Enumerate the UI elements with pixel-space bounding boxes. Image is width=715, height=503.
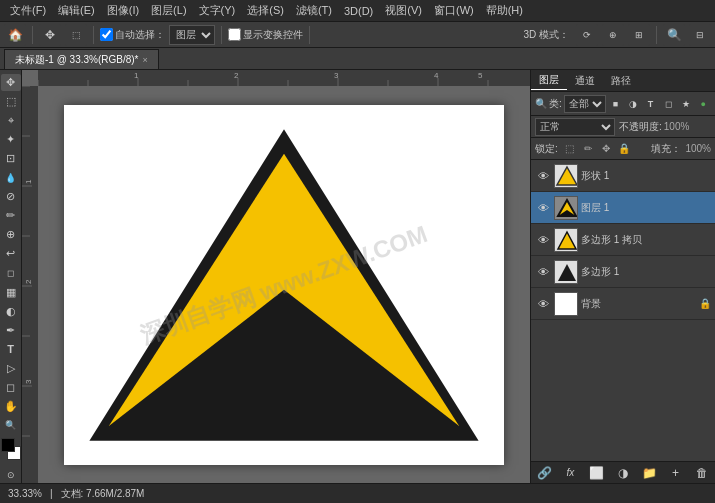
zoom-tool[interactable]: 🔍 xyxy=(1,417,21,434)
3d-scale-icon[interactable]: ⊞ xyxy=(628,24,650,46)
move-tool[interactable]: ✥ xyxy=(1,74,21,91)
add-layer-btn[interactable]: + xyxy=(666,463,686,483)
layer-lock-icon-4: 🔒 xyxy=(699,298,711,309)
layer-visibility-0[interactable]: 👁 xyxy=(535,168,551,184)
move-tool-options[interactable]: ✥ xyxy=(39,24,61,46)
canvas-area: 1 2 3 4 5 xyxy=(22,70,530,483)
arrange-icon[interactable]: ⬚ xyxy=(65,24,87,46)
show-transform-option: 显示变换控件 xyxy=(228,28,303,42)
path-select-tool[interactable]: ▷ xyxy=(1,360,21,377)
lock-position-icon[interactable]: ✥ xyxy=(598,141,614,157)
type-tool[interactable]: T xyxy=(1,341,21,358)
search-icon[interactable]: 🔍 xyxy=(663,24,685,46)
menu-bar: 文件(F) 编辑(E) 图像(I) 图层(L) 文字(Y) 选择(S) 滤镜(T… xyxy=(0,0,715,22)
status-sep: | xyxy=(50,488,53,499)
filter-smart-icon[interactable]: ★ xyxy=(678,95,694,113)
lasso-tool[interactable]: ⌖ xyxy=(1,112,21,129)
add-mask-btn[interactable]: ⬜ xyxy=(587,463,607,483)
layer-item-4[interactable]: 👁 背景 🔒 xyxy=(531,288,715,320)
auto-select-label: 自动选择： xyxy=(115,28,165,42)
3d-move-icon[interactable]: ⊕ xyxy=(602,24,624,46)
menu-edit[interactable]: 编辑(E) xyxy=(52,1,101,20)
zoom-level: 33.33% xyxy=(8,488,42,499)
layer-thumb-3 xyxy=(554,260,578,284)
svg-marker-31 xyxy=(558,232,576,249)
menu-view[interactable]: 视图(V) xyxy=(379,1,428,20)
add-group-btn[interactable]: 📁 xyxy=(639,463,659,483)
lock-pixel-icon[interactable]: ⬚ xyxy=(562,141,578,157)
canvas-content: 深圳自学网 www.ZXW.COM xyxy=(38,86,530,483)
hand-tool[interactable]: ✋ xyxy=(1,398,21,415)
crop-tool[interactable]: ⊡ xyxy=(1,150,21,167)
panel-icon[interactable]: ⊟ xyxy=(689,24,711,46)
layer-thumb-0 xyxy=(554,164,578,188)
pen-tool[interactable]: ✒ xyxy=(1,322,21,339)
tab-channels[interactable]: 通道 xyxy=(567,72,603,90)
filter-adj-icon[interactable]: ◑ xyxy=(625,95,641,113)
tab-paths[interactable]: 路径 xyxy=(603,72,639,90)
brush-tool[interactable]: ✏ xyxy=(1,207,21,224)
select-rect-tool[interactable]: ⬚ xyxy=(1,93,21,110)
layer-name-1: 图层 1 xyxy=(581,201,711,215)
layer-visibility-2[interactable]: 👁 xyxy=(535,232,551,248)
add-link-btn[interactable]: 🔗 xyxy=(534,463,554,483)
history-brush-tool[interactable]: ↩ xyxy=(1,245,21,262)
tab-title: 未标题-1 @ 33.3%(RGB/8)* xyxy=(15,53,139,67)
clone-stamp-tool[interactable]: ⊕ xyxy=(1,226,21,243)
eraser-tool[interactable]: ◻ xyxy=(1,264,21,281)
eyedropper-tool[interactable]: 💧 xyxy=(1,169,21,186)
magic-wand-tool[interactable]: ✦ xyxy=(1,131,21,148)
menu-image[interactable]: 图像(I) xyxy=(101,1,145,20)
dodge-tool[interactable]: ◐ xyxy=(1,303,21,320)
add-fx-btn[interactable]: fx xyxy=(560,463,580,483)
lock-all-icon[interactable]: 🔒 xyxy=(616,141,632,157)
layer-visibility-1[interactable]: 👁 xyxy=(535,200,551,216)
filter-type-select[interactable]: 全部 xyxy=(564,95,606,113)
auto-select-checkbox[interactable] xyxy=(100,28,113,41)
canvas[interactable]: 深圳自学网 www.ZXW.COM xyxy=(64,105,504,465)
vertical-ruler: 1 2 3 xyxy=(22,86,38,483)
home-button[interactable]: 🏠 xyxy=(4,24,26,46)
filter-type-icon[interactable]: T xyxy=(643,95,659,113)
svg-text:1: 1 xyxy=(134,71,139,80)
auto-select-type[interactable]: 图层 xyxy=(169,25,215,45)
menu-file[interactable]: 文件(F) xyxy=(4,1,52,20)
show-transform-checkbox[interactable] xyxy=(228,28,241,41)
tab-close-btn[interactable]: × xyxy=(143,55,148,65)
delete-layer-btn[interactable]: 🗑 xyxy=(692,463,712,483)
shape-tool[interactable]: ◻ xyxy=(1,379,21,396)
layer-visibility-4[interactable]: 👁 xyxy=(535,296,551,312)
filter-shape-icon[interactable]: ◻ xyxy=(660,95,676,113)
svg-text:1: 1 xyxy=(24,179,33,184)
opacity-value: 100% xyxy=(664,121,690,132)
spot-heal-tool[interactable]: ⊘ xyxy=(1,188,21,205)
menu-window[interactable]: 窗口(W) xyxy=(428,1,480,20)
doc-size: 文档: 7.66M/2.87M xyxy=(61,487,145,501)
quick-mask-tool[interactable]: ⊙ xyxy=(1,466,21,483)
menu-3d[interactable]: 3D(D) xyxy=(338,3,379,19)
menu-help[interactable]: 帮助(H) xyxy=(480,1,529,20)
filter-pixel-icon[interactable]: ■ xyxy=(608,95,624,113)
layer-item-2[interactable]: 👁 多边形 1 拷贝 xyxy=(531,224,715,256)
svg-text:3: 3 xyxy=(24,379,33,384)
filter-toggle[interactable]: ● xyxy=(695,95,711,113)
menu-layer[interactable]: 图层(L) xyxy=(145,1,192,20)
document-tab[interactable]: 未标题-1 @ 33.3%(RGB/8)* × xyxy=(4,49,159,69)
menu-select[interactable]: 选择(S) xyxy=(241,1,290,20)
blend-mode-select[interactable]: 正常 溶解 xyxy=(535,118,615,136)
menu-type[interactable]: 文字(Y) xyxy=(193,1,242,20)
fg-color-swatch[interactable] xyxy=(1,438,15,452)
3d-rotate-icon[interactable]: ⟳ xyxy=(576,24,598,46)
layer-thumb-2 xyxy=(554,228,578,252)
menu-filter[interactable]: 滤镜(T) xyxy=(290,1,338,20)
layer-item-1[interactable]: 👁 图层 1 xyxy=(531,192,715,224)
layers-panel: 🔍 类: 全部 ■ ◑ T ◻ ★ ● 正常 溶解 不透明度: xyxy=(531,92,715,483)
gradient-tool[interactable]: ▦ xyxy=(1,284,21,301)
layer-item-3[interactable]: 👁 多边形 1 xyxy=(531,256,715,288)
layer-item-0[interactable]: 👁 形状 1 xyxy=(531,160,715,192)
layer-visibility-3[interactable]: 👁 xyxy=(535,264,551,280)
toolbar-sep-1 xyxy=(32,26,33,44)
lock-paint-icon[interactable]: ✏ xyxy=(580,141,596,157)
add-adj-btn[interactable]: ◑ xyxy=(613,463,633,483)
tab-layers[interactable]: 图层 xyxy=(531,71,567,90)
